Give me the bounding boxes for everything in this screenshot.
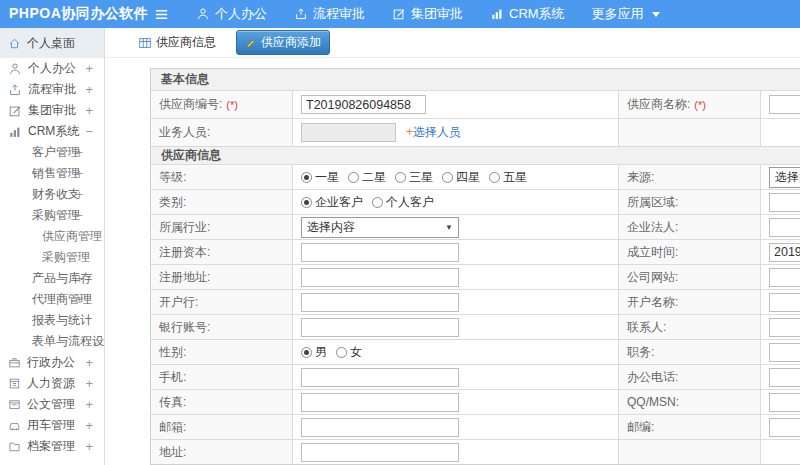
sidebar-item-product-inventory[interactable]: 产品与库存+ [0, 268, 104, 289]
level-radio-option[interactable]: 五星 [489, 169, 527, 186]
founded-date-input[interactable] [769, 243, 800, 262]
nav-item-personal-office[interactable]: 个人办公 [196, 5, 267, 23]
select-person-link[interactable]: +选择人员 [406, 124, 461, 141]
contact-input[interactable] [769, 318, 800, 337]
field-value-cell [761, 214, 800, 239]
sidebar-item-vehicle-mgmt[interactable]: 用车管理+ [0, 415, 104, 436]
nav-item-label: CRM系统 [509, 5, 565, 23]
field-label: 所属行业: [159, 219, 210, 236]
tab-supplier-add[interactable]: 供应商添加 [236, 30, 330, 55]
tab-label: 供应商添加 [261, 34, 321, 51]
radio-icon[interactable] [372, 197, 383, 208]
expand-icon: + [75, 146, 83, 159]
sidebar-item-document-mgmt[interactable]: 公文管理+ [0, 394, 104, 415]
radio-icon[interactable] [348, 172, 359, 183]
radio-icon[interactable] [442, 172, 453, 183]
level-radio-option[interactable]: 一星 [301, 169, 339, 186]
nav-item-label: 流程审批 [313, 5, 365, 23]
gender-radio: 男女 [301, 344, 362, 361]
field-label-cell: 成立时间: [619, 239, 761, 264]
pencil-icon [245, 37, 257, 49]
mobile-input[interactable] [301, 368, 459, 387]
zip-input[interactable] [769, 418, 800, 437]
nav-item-group-approval[interactable]: 集团审批 [392, 5, 463, 23]
supplier-name-input[interactable] [769, 95, 800, 114]
address-input[interactable] [301, 443, 459, 462]
radio-label: 一星 [315, 169, 339, 186]
gender-radio-option[interactable]: 男 [301, 344, 327, 361]
office-phone-input[interactable] [769, 368, 800, 387]
form-row: 性别:男女职务: [151, 339, 800, 364]
bank-input[interactable] [301, 293, 459, 312]
expand-icon: + [85, 83, 93, 96]
sidebar-item-form-workflow-settings[interactable]: 表单与流程设置+ [0, 331, 104, 352]
sidebar-item-personal-office[interactable]: 个人办公+ [0, 58, 104, 79]
sidebar-item-label: 采购管理 [42, 249, 90, 266]
field-label: 开户名称: [627, 294, 678, 311]
sidebar-item-label: 用车管理 [27, 417, 75, 434]
category-radio-option[interactable]: 个人客户 [372, 194, 434, 211]
fax-input[interactable] [301, 393, 459, 412]
sidebar-item-crm-system[interactable]: CRM系统− [0, 121, 104, 142]
radio-icon[interactable] [489, 172, 500, 183]
sidebar-item-sales-mgmt[interactable]: 销售管理+ [0, 163, 104, 184]
field-label-cell: 业务人员: [151, 118, 293, 146]
sidebar-item-reports-stats[interactable]: 报表与统计 [0, 310, 104, 331]
tab-supplier-info[interactable]: 供应商信息 [130, 31, 224, 54]
nav-item-crm-system[interactable]: CRM系统 [490, 5, 565, 23]
field-value-cell [761, 389, 800, 414]
hamburger-icon[interactable] [148, 7, 174, 22]
radio-icon[interactable] [336, 347, 347, 358]
level-radio-option[interactable]: 四星 [442, 169, 480, 186]
category-radio-option[interactable]: 企业客户 [301, 194, 363, 211]
field-label: 邮编: [627, 419, 654, 436]
field-label: 企业法人: [627, 219, 678, 236]
sidebar-item-finance-mgmt[interactable]: 财务收支+ [0, 184, 104, 205]
radio-label: 三星 [409, 169, 433, 186]
sidebar-item-purchase-mgmt[interactable]: 采购管理− [0, 205, 104, 226]
sidebar-item-group-approval[interactable]: 集团审批+ [0, 100, 104, 121]
field-label: 传真: [159, 394, 186, 411]
level-radio-option[interactable]: 二星 [348, 169, 386, 186]
field-label-cell: 邮编: [619, 414, 761, 439]
nav-item-label: 个人办公 [215, 5, 267, 23]
radio-checked-icon[interactable] [301, 172, 312, 183]
sidebar-item-supplier-mgmt[interactable]: 供应商管理 [0, 226, 104, 247]
nav-item-more-apps[interactable]: 更多应用 [592, 5, 660, 23]
field-label: QQ/MSN: [627, 395, 679, 409]
sidebar-item-human-resources[interactable]: 人力资源+ [0, 373, 104, 394]
email-input[interactable] [301, 418, 459, 437]
supplier-code-input[interactable] [301, 95, 426, 114]
gender-radio-option[interactable]: 女 [336, 344, 362, 361]
person-icon [196, 7, 210, 21]
radio-checked-icon[interactable] [301, 347, 312, 358]
business-person-input[interactable] [301, 123, 396, 142]
account-name-input[interactable] [769, 293, 800, 312]
industry-select[interactable]: 选择内容▼ [301, 217, 459, 238]
source-select[interactable]: 选择内容▼ [769, 167, 800, 188]
radio-checked-icon[interactable] [301, 197, 312, 208]
radio-icon[interactable] [395, 172, 406, 183]
sidebar-item-personal-desktop[interactable]: 个人桌面 [0, 28, 104, 58]
legal-person-input[interactable] [769, 218, 800, 237]
sidebar-item-workflow-approval[interactable]: 流程审批+ [0, 79, 104, 100]
field-label: 邮箱: [159, 419, 186, 436]
sidebar-item-archive-mgmt[interactable]: 档案管理+ [0, 436, 104, 457]
nav-item-workflow-approval[interactable]: 流程审批 [294, 5, 365, 23]
field-label: 成立时间: [627, 244, 678, 261]
qq-msn-input[interactable] [769, 393, 800, 412]
expand-icon: + [75, 293, 83, 306]
registered-address-input[interactable] [301, 268, 459, 287]
sidebar-item-purchasing[interactable]: 采购管理 [0, 247, 104, 268]
region-input[interactable] [769, 193, 800, 212]
registered-capital-input[interactable] [301, 243, 459, 262]
sidebar-item-admin-office[interactable]: 行政办公+ [0, 352, 104, 373]
sidebar-item-customer-mgmt[interactable]: 客户管理+ [0, 142, 104, 163]
field-label-cell [619, 118, 761, 146]
bank-account-input[interactable] [301, 318, 459, 337]
field-label: 联系人: [627, 319, 666, 336]
company-website-input[interactable] [769, 268, 800, 287]
sidebar-item-agent-mgmt[interactable]: 代理商管理+ [0, 289, 104, 310]
level-radio-option[interactable]: 三星 [395, 169, 433, 186]
position-input[interactable] [769, 343, 800, 362]
